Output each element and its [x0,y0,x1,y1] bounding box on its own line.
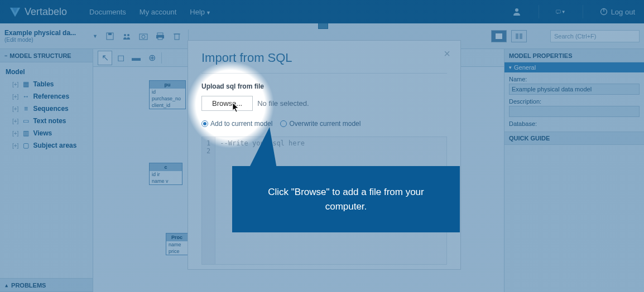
tree-textnotes[interactable]: [+]▭Text notes [0,115,93,127]
table-icon: ▦ [22,80,30,88]
desc-input[interactable] [509,106,640,117]
svg-rect-11 [158,37,162,40]
nav-documents[interactable]: Documents [89,8,126,16]
topnav: Documents My account Help▼ [89,8,211,16]
search-input[interactable]: Search (Ctrl+F) [550,30,640,42]
radio-add[interactable]: Add to current model [201,120,272,128]
brand-logo[interactable]: Vertabelo [9,6,67,18]
general-section[interactable]: ▾General [504,62,644,72]
tree-tables[interactable]: [+]▦Tables [0,78,93,90]
topbar: Vertabelo Documents My account Help▼ ▼ L… [0,0,644,23]
problems-head[interactable]: ▸ PROBLEMS [0,279,93,292]
svg-point-6 [127,34,129,36]
pointer-tool[interactable]: ↖ [98,51,112,65]
quick-guide-head[interactable]: QUICK GUIDE [504,132,644,145]
modal-title: Import from SQL [201,51,292,65]
svg-point-5 [124,34,126,36]
notification-icon[interactable]: ▼ [556,7,566,17]
save-icon[interactable] [103,30,117,43]
print-icon[interactable] [153,30,167,43]
modal-close-button[interactable]: × [444,47,450,60]
zoom-tool[interactable]: ⊕ [145,51,159,65]
tree-views[interactable]: [+]▥Views [0,127,93,139]
svg-rect-9 [157,33,163,35]
doc-title-block[interactable]: Example physical da... (Edit mode) [4,29,87,43]
desc-label: Description: [509,98,640,105]
brand-icon [9,6,21,18]
sequence-icon: ≡ [22,105,30,113]
import-sql-modal: Import from SQL × Upload sql from file B… [188,40,461,270]
tree-references[interactable]: [+]↔References [0,90,93,103]
area-icon: ▢ [22,142,30,149]
tutorial-callout: Click "Browse" to add a file from your c… [232,166,460,232]
model-tree: Model [+]▦Tables [+]↔References [+]≡Sequ… [0,62,93,278]
name-input[interactable]: Example physical data model [509,84,640,95]
tree-root[interactable]: Model [0,66,93,78]
tree-sequences[interactable]: [+]≡Sequences [0,103,93,115]
user-icon[interactable] [512,7,522,17]
radio-overwrite[interactable]: Overwrite current model [280,120,361,128]
model-properties-head[interactable]: MODEL PROPERTIES [504,49,644,62]
svg-point-0 [515,8,518,12]
nav-help[interactable]: Help▼ [190,8,211,16]
upload-label: Upload sql from file [201,82,447,90]
canvas-table-3[interactable]: Proc name price [166,233,188,255]
select-tool[interactable]: ◻ [113,51,128,65]
left-sidebar: −MODEL STRUCTURE Model [+]▦Tables [+]↔Re… [0,49,93,292]
delete-icon[interactable] [170,30,184,43]
nav-account[interactable]: My account [140,8,176,16]
canvas-table-2[interactable]: c id ir name v [149,163,182,185]
power-icon [600,8,608,16]
brand-text: Vertabelo [25,6,67,18]
right-sidebar: MODEL PROPERTIES ▾General Name: Example … [504,49,644,292]
svg-point-8 [142,35,145,38]
doc-menu-caret[interactable]: ▼ [90,33,100,39]
view-mode-single[interactable] [491,30,507,42]
pan-tool[interactable]: ▬ [129,51,143,65]
radio-checked-icon [201,120,208,127]
no-file-text: No file selected. [257,99,309,108]
db-label: Database: [509,120,640,127]
model-structure-head[interactable]: −MODEL STRUCTURE [0,49,93,62]
radio-unchecked-icon [280,120,287,127]
browse-button[interactable]: Browse... [201,96,253,111]
notch-tab[interactable] [318,23,328,29]
share-icon[interactable] [120,30,133,43]
camera-icon[interactable] [137,30,150,43]
note-icon: ▭ [22,117,30,125]
logout-button[interactable]: Log out [600,8,635,16]
canvas-table-1[interactable]: pu id purchase_no client_id [149,80,186,109]
reference-icon: ↔ [22,93,30,100]
view-icon: ▥ [22,129,30,137]
svg-rect-12 [175,34,179,40]
view-mode-split[interactable] [511,30,527,42]
doc-subtitle: (Edit mode) [4,37,87,43]
name-label: Name: [509,76,640,82]
svg-rect-4 [108,33,112,35]
doc-title: Example physical da... [4,29,87,37]
tree-subjectareas[interactable]: [+]▢Subject areas [0,139,93,152]
